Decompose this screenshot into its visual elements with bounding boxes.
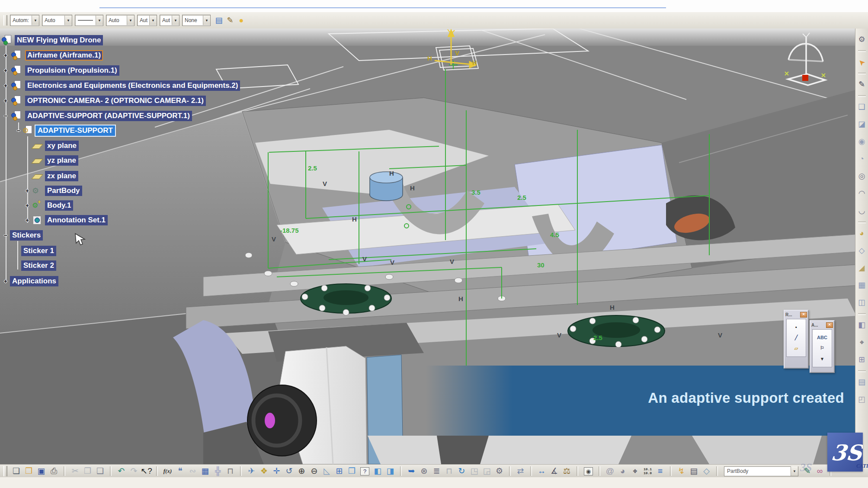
open-folder-icon[interactable]: ❒ [22, 465, 35, 477]
layer-combo[interactable]: Aut▼ [137, 15, 157, 26]
catalog-icon[interactable]: ⊛ [418, 465, 430, 477]
chevron-down-icon[interactable]: ▼ [32, 16, 39, 25]
tree-node-label[interactable]: Applications [10, 276, 58, 286]
line-type-combo[interactable]: ▼ [75, 15, 103, 26]
tree-node-stickers[interactable]: −Stickers [0, 230, 303, 241]
annotations-panel[interactable]: A... ✕ ABC⚐▾ [810, 320, 835, 373]
slot-icon[interactable]: ◡ [857, 202, 867, 220]
tree-node-label[interactable]: Body.1 [45, 200, 73, 211]
chevron-down-icon[interactable]: ▼ [149, 16, 157, 25]
active-body-combo[interactable]: PartBody▼ [724, 466, 798, 476]
decimals-icon[interactable]: 10.1 10.0 [641, 467, 654, 475]
tree-node-applications[interactable]: +Applications [0, 276, 303, 287]
pocket-icon[interactable]: ◪ [857, 116, 867, 133]
reuse-pattern-panel[interactable]: R... ✕ ▪╱▱ [784, 310, 809, 369]
paint-ball-icon[interactable]: ● [236, 15, 247, 26]
tree-node-electronics-and-equipments-electronics-and-equipments-2[interactable]: +Electronics and Equipments (Electronics… [0, 80, 303, 91]
expand-icon[interactable]: + [3, 276, 9, 287]
shell-icon[interactable]: ▦ [857, 277, 867, 294]
sphere-icon[interactable]: ◕ [616, 465, 629, 477]
copy-icon[interactable]: ❐ [81, 465, 94, 477]
rotate-icon[interactable]: ↺ [283, 465, 295, 477]
prism-icon[interactable]: ◇ [700, 465, 713, 477]
render-style2-icon[interactable]: ◨ [384, 465, 397, 477]
expand-icon[interactable]: + [24, 200, 30, 211]
stack-icon[interactable]: ▤ [688, 465, 700, 477]
thickness-icon[interactable]: ◫ [857, 294, 867, 311]
iso-view-icon[interactable]: ❒ [346, 465, 358, 477]
tree-node-xy-plane[interactable]: xy plane [0, 140, 303, 151]
axis-target-icon[interactable]: ⌖ [857, 334, 867, 351]
tree-node-label[interactable]: OPTRONIC CAMERA- 2 (OPTRONIC CAMERA- 2.1… [25, 96, 206, 106]
boolean-icon[interactable]: ◧ [857, 317, 867, 334]
layers-stack-icon[interactable]: ▤ [857, 374, 867, 391]
pattern-icon[interactable]: ⊞ [857, 351, 867, 369]
expand-icon[interactable]: + [3, 80, 9, 91]
lock2-icon[interactable]: ⊓ [443, 465, 455, 477]
mass-icon[interactable]: ⚖ [561, 465, 573, 477]
expand-icon[interactable]: + [3, 65, 9, 76]
line-icon[interactable]: ╱ [795, 335, 798, 340]
tree-node-label[interactable]: xy plane [45, 141, 79, 151]
formula-icon[interactable]: f(x) [161, 468, 174, 475]
text-annotation-icon[interactable]: ABC [817, 335, 827, 340]
chevron-down-icon[interactable]: ▼ [127, 16, 134, 25]
redo-icon[interactable]: ↷ [128, 465, 140, 477]
tree-node-yz-plane[interactable]: yz plane [0, 155, 303, 166]
chevron-down-icon[interactable]: ▼ [64, 16, 72, 25]
tree-node-label[interactable]: zx plane [45, 171, 78, 181]
toolbar-grip[interactable] [3, 15, 7, 26]
machine-icon[interactable]: ⚙ [493, 465, 506, 477]
point-icon[interactable]: ▪ [795, 324, 797, 330]
swirl-icon[interactable]: @ [604, 465, 616, 477]
glasses-icon[interactable]: ∞ [814, 465, 826, 477]
tree-node-label[interactable]: Electronics and Equipments (Electronics … [25, 80, 240, 91]
multi-view-icon[interactable]: ⊞ [333, 465, 346, 477]
new-document-icon[interactable]: ❏ [10, 465, 22, 477]
comment-icon[interactable]: ❝ [174, 465, 186, 477]
render-style-icon[interactable]: ◧ [372, 465, 384, 477]
pan-icon[interactable]: ✛ [270, 465, 283, 477]
expand-icon[interactable]: + [3, 50, 9, 61]
tree-node-label[interactable]: Stickers [10, 230, 43, 241]
layers-icon[interactable]: ≡ [654, 465, 666, 477]
whats-this-icon[interactable]: ? [360, 467, 369, 475]
link-icon[interactable]: ∾ [186, 465, 199, 477]
pen-icon[interactable]: ✎ [224, 15, 236, 26]
tree-node-label[interactable]: ADAPTIVE-SUPPORT (ADAPTIVE-SUPPORT.1) [25, 111, 192, 121]
tree-node-label[interactable]: ADAPTIVE-SUPPORT [35, 125, 115, 136]
chamfer-icon[interactable]: ◇ [857, 242, 867, 260]
chevron-down-icon[interactable]: ▼ [172, 16, 179, 25]
tree-node-new-flying-wing-drone[interactable]: NEW Flying Wing Drone [0, 35, 303, 46]
lock-icon[interactable]: ⊓ [224, 465, 237, 477]
tree-node-annotation-set-1[interactable]: +Annotation Set.1 [0, 215, 303, 226]
tree-node-label[interactable]: NEW Flying Wing Drone [15, 35, 103, 45]
measure-icon[interactable]: ↔ [535, 465, 548, 477]
exchange-icon[interactable]: ⇄ [514, 465, 527, 477]
none-combo[interactable]: None▼ [182, 15, 211, 26]
point-style-combo[interactable]: Auto▼ [106, 15, 135, 26]
tree-node-label[interactable]: Airframe (Airframe.1) [25, 50, 103, 61]
tree-node-sticker-1[interactable]: Sticker 1 [0, 245, 303, 257]
tree-node-label[interactable]: Propulsion (Propulsion.1) [25, 65, 119, 76]
sheet-icon[interactable]: ▦ [199, 465, 211, 477]
tree-node-label[interactable]: Annotation Set.1 [45, 215, 108, 225]
tree-node-adaptive-support[interactable]: −⚙ADAPTIVE-SUPPORT [0, 125, 303, 136]
layout-grid-icon[interactable]: ▤ [213, 15, 224, 26]
settings-gear-icon[interactable]: ⚙ [857, 31, 867, 48]
plane-icon[interactable]: ▱ [794, 346, 798, 351]
shaft-icon[interactable]: ◉ [857, 133, 867, 151]
insert-arrow-icon[interactable]: ➥ [405, 465, 418, 477]
expand-icon[interactable]: + [24, 185, 30, 196]
sketch-icon[interactable]: ✎ [857, 76, 867, 93]
tree-node-optronic-camera-2-optronic-camera-2-1[interactable]: +OPTRONIC CAMERA- 2 (OPTRONIC CAMERA- 2.… [0, 95, 303, 106]
collapse-icon[interactable]: − [3, 110, 9, 122]
draft-icon[interactable]: ◢ [857, 260, 867, 277]
tree-node-sticker-2[interactable]: Sticker 2 [0, 260, 303, 271]
catalog2-icon[interactable]: ≣ [430, 465, 443, 477]
measure-item-icon[interactable]: ∡ [548, 465, 561, 477]
close-icon[interactable]: ✕ [800, 312, 807, 318]
transform-icon[interactable]: ◰ [857, 391, 867, 408]
fit-all-icon[interactable]: ❖ [258, 465, 270, 477]
print-icon[interactable]: ⎙ [48, 465, 60, 477]
